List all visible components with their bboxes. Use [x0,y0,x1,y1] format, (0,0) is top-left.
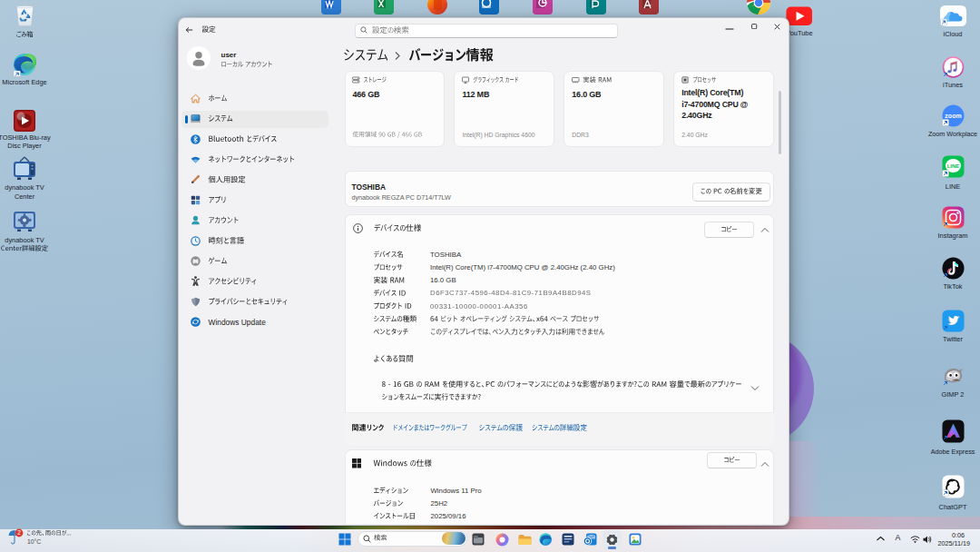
svg-text:zoom: zoom [945,113,961,119]
svg-text:2: 2 [17,529,21,536]
svg-text:LINE: LINE [947,163,960,169]
